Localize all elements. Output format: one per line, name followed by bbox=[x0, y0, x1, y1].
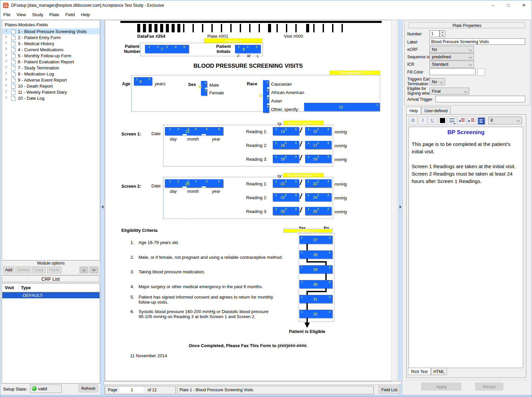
help-richtext-area[interactable]: BP Screening This page is to be complete… bbox=[409, 127, 523, 368]
patient-number-field[interactable]: 123457 bbox=[145, 45, 189, 53]
tree-item-plate-12[interactable]: >20 - Date Log bbox=[2, 95, 99, 101]
systolic-field[interactable]: 12314 bbox=[273, 127, 299, 135]
bold-button[interactable]: B bbox=[409, 116, 417, 125]
diastolic-field[interactable]: 12324 bbox=[305, 193, 331, 201]
eligibility-field[interactable]: 1230 bbox=[299, 280, 332, 288]
chevron-right-icon[interactable]: > bbox=[5, 34, 7, 39]
menu-view[interactable]: View bbox=[13, 10, 29, 19]
italic-button[interactable]: I bbox=[418, 116, 427, 125]
fill-color-input[interactable] bbox=[430, 68, 475, 75]
race-field[interactable]: 1234 bbox=[263, 80, 269, 113]
vertical-scrollbar[interactable] bbox=[391, 20, 397, 380]
tree-item-plate-2[interactable]: >2 - Patient Entry Form bbox=[2, 34, 99, 40]
copy-button[interactable]: Copy bbox=[32, 267, 46, 273]
delete-button[interactable]: Delete bbox=[16, 267, 31, 273]
tab-html[interactable]: HTML bbox=[431, 368, 447, 375]
eligibility-field[interactable]: 1231 bbox=[299, 295, 332, 303]
diastolic-field[interactable]: 12317 bbox=[305, 141, 331, 149]
field-list-button[interactable]: Field List bbox=[379, 386, 400, 394]
patient-initials-field[interactable]: 1238 bbox=[235, 45, 261, 53]
tree-item-plate-8[interactable]: >8 - Medication Log bbox=[2, 71, 99, 77]
text-color-button[interactable] bbox=[438, 116, 447, 125]
eligibility-field[interactable]: 1229 bbox=[299, 265, 332, 273]
page-number-input[interactable] bbox=[120, 387, 144, 393]
tab-user-defined[interactable]: User-defined bbox=[421, 107, 451, 115]
tree-item-plate-9[interactable]: >9 - Adverse Event Report bbox=[2, 77, 99, 83]
left-collapse-strip[interactable] bbox=[100, 19, 105, 395]
number-spin-buttons[interactable]: ▲ ▼ bbox=[440, 30, 445, 37]
chevron-right-icon[interactable]: > bbox=[5, 52, 7, 58]
menu-plate[interactable]: Plate bbox=[46, 10, 62, 19]
horizontal-scrollbar[interactable] bbox=[104, 381, 402, 385]
eligible-dropdown[interactable]: Final bbox=[430, 88, 469, 95]
minimize-button[interactable]: – bbox=[485, 0, 501, 10]
diastolic-field[interactable]: 12326 bbox=[305, 207, 331, 215]
date-field[interactable]: 12345613 bbox=[165, 127, 223, 135]
eligibility-field[interactable]: 1227 bbox=[299, 236, 332, 244]
diastolic-field[interactable]: 12322 bbox=[305, 179, 331, 187]
demographics-module-label[interactable]: Demographics [ 1 ] bbox=[329, 70, 380, 75]
triggers-dropdown[interactable]: No bbox=[430, 78, 445, 85]
move-up-button[interactable] bbox=[80, 267, 88, 273]
tree-item-plate-7[interactable]: >7 - Study Termination bbox=[2, 65, 99, 71]
refresh-button[interactable]: Refresh bbox=[79, 385, 98, 392]
apply-button[interactable]: Apply bbox=[421, 383, 462, 391]
indent-button[interactable] bbox=[467, 116, 476, 125]
race-other-field[interactable]: 112 bbox=[304, 103, 380, 111]
tree-item-plate-3[interactable]: >3 - Medical History bbox=[2, 40, 99, 47]
tab-rich-text[interactable]: Rich Text bbox=[408, 368, 431, 375]
align-button[interactable] bbox=[448, 116, 456, 125]
keys-module-label[interactable]: Keys [ 1 ] bbox=[204, 38, 262, 43]
chevron-right-icon[interactable]: > bbox=[5, 77, 7, 82]
eligibility-module-label[interactable]: Eligibility [ 1 ] bbox=[283, 228, 333, 233]
menu-help[interactable]: Help bbox=[78, 10, 93, 19]
label-input[interactable] bbox=[430, 38, 525, 45]
arrival-trigger-input[interactable] bbox=[436, 96, 525, 102]
diastolic-field[interactable]: 12319 bbox=[305, 155, 331, 163]
chevron-right-icon[interactable]: > bbox=[5, 64, 7, 70]
tab-help[interactable]: Help bbox=[406, 107, 421, 115]
outdent-button[interactable] bbox=[457, 116, 466, 125]
date-field[interactable]: 12345620 bbox=[165, 179, 223, 187]
chevron-right-icon[interactable]: > bbox=[5, 83, 7, 88]
fill-color-swatch-button[interactable] bbox=[477, 68, 485, 76]
eligibility-field[interactable]: 1228 bbox=[299, 250, 332, 258]
age-field[interactable]: 129 bbox=[134, 77, 152, 85]
chevron-right-icon[interactable]: > bbox=[5, 28, 7, 33]
menu-study[interactable]: Study bbox=[29, 10, 46, 19]
tree-item-plate-5[interactable]: >5 - Monthly Follow-up Form bbox=[2, 53, 99, 59]
tree-item-plate-6[interactable]: >6 - Patient Evaluation Report bbox=[2, 59, 99, 65]
ecrf-dropdown[interactable]: No bbox=[430, 46, 474, 53]
tree-item-plate-4[interactable]: >4 - Current Medications bbox=[2, 47, 99, 53]
menu-file[interactable]: File bbox=[0, 10, 13, 19]
paste-button[interactable]: Paste bbox=[47, 267, 61, 273]
right-collapse-strip[interactable] bbox=[398, 19, 403, 395]
underline-button[interactable]: U bbox=[428, 116, 437, 125]
chevron-right-icon[interactable]: > bbox=[5, 46, 7, 52]
crf-row-default[interactable]: -DEFAULT- bbox=[2, 292, 99, 298]
tree-item-plate-10[interactable]: >10 - Death Report bbox=[2, 83, 99, 89]
tree-item-plate-1[interactable]: >1 - Blood Pressure Screening Visits bbox=[2, 28, 99, 34]
eligibility-field[interactable]: 1232 bbox=[299, 310, 332, 318]
maximize-button[interactable]: □ bbox=[501, 0, 516, 10]
tree-item-plate-11[interactable]: >11 - Weekly Patient Diary bbox=[2, 89, 99, 95]
chevron-right-icon[interactable]: > bbox=[5, 89, 7, 94]
systolic-field[interactable]: 12325 bbox=[273, 207, 299, 215]
chevron-right-icon[interactable]: > bbox=[5, 40, 7, 45]
revert-button[interactable]: Revert bbox=[475, 383, 503, 391]
menu-field[interactable]: Field bbox=[62, 10, 78, 19]
number-spinner[interactable] bbox=[430, 30, 440, 37]
systolic-field[interactable]: 12318 bbox=[273, 155, 299, 163]
sequence-dropdown[interactable]: predefined bbox=[430, 53, 474, 60]
list-style-button[interactable] bbox=[477, 116, 486, 125]
chevron-right-icon[interactable]: > bbox=[5, 70, 7, 76]
diastolic-field[interactable]: 12315 bbox=[305, 127, 331, 135]
move-down-button[interactable] bbox=[90, 267, 98, 273]
chevron-right-icon[interactable]: > bbox=[5, 58, 7, 64]
add-button[interactable]: Add bbox=[3, 267, 14, 273]
font-size-dropdown[interactable]: 8 bbox=[488, 117, 522, 124]
systolic-field[interactable]: 12316 bbox=[273, 141, 299, 149]
close-button[interactable]: ✕ bbox=[516, 0, 532, 10]
systolic-field[interactable]: 12321 bbox=[273, 179, 299, 187]
chevron-right-icon[interactable]: > bbox=[5, 95, 7, 100]
